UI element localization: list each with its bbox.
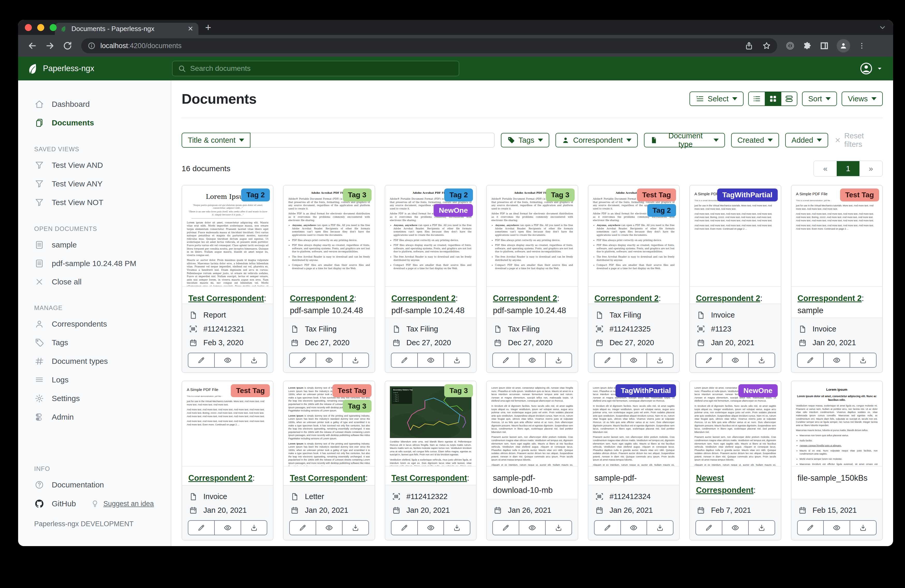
document-title[interactable]: Correspondent 2: pdf-sample 10.24.48 PM bbox=[487, 287, 578, 317]
view-button[interactable] bbox=[722, 521, 748, 535]
forward-icon[interactable] bbox=[43, 41, 57, 51]
tag-badge-newone[interactable]: NewOne bbox=[738, 384, 778, 397]
download-button[interactable] bbox=[748, 353, 775, 367]
tab-search-chevron-icon[interactable] bbox=[879, 24, 886, 31]
views-button[interactable]: Views bbox=[841, 92, 883, 106]
tag-badge-test-tag[interactable]: Test Tag bbox=[840, 189, 879, 201]
view-button[interactable] bbox=[316, 521, 342, 535]
correspondent-link[interactable]: Correspondent 2 bbox=[493, 294, 557, 303]
tag-badge-tag-3[interactable]: Tag 3 bbox=[343, 400, 372, 413]
document-preview[interactable]: A Simple PDF FileThis is a small demonst… bbox=[791, 185, 882, 287]
document-card[interactable]: Lorem Ipsum is simply dummy text of the … bbox=[283, 380, 375, 540]
document-title[interactable]: Newest Correspondent: f_combineds bbox=[690, 466, 781, 499]
sidebar-item-documents[interactable]: Documents bbox=[18, 114, 171, 132]
bookmark-star-icon[interactable] bbox=[762, 41, 771, 50]
maximize-window-button[interactable] bbox=[50, 24, 57, 31]
added-filter-button[interactable]: Added bbox=[785, 133, 828, 147]
document-preview[interactable]: Adobe Acrobat PDF FilesAdobe® Portable D… bbox=[385, 185, 476, 287]
view-button[interactable] bbox=[316, 353, 342, 367]
document-title[interactable]: file-sample_150kBs bbox=[791, 466, 882, 499]
tag-badge-tag-3[interactable]: Tag 3 bbox=[343, 189, 372, 201]
pagination-next-button[interactable]: » bbox=[859, 161, 882, 176]
view-button[interactable] bbox=[417, 353, 444, 367]
sidebar-link-suggest-an-idea[interactable]: Suggest an idea bbox=[90, 500, 154, 508]
document-card[interactable]: Lorem ipsumLorem ipsum dolor sit amet, c… bbox=[791, 380, 883, 540]
view-button[interactable] bbox=[722, 353, 748, 367]
user-menu[interactable] bbox=[859, 57, 883, 81]
document-card[interactable]: A Simple PDF FileThis is a small demonst… bbox=[182, 380, 273, 540]
sort-button[interactable]: Sort bbox=[802, 92, 837, 106]
edit-button[interactable] bbox=[493, 521, 519, 535]
view-button[interactable] bbox=[519, 353, 545, 367]
sidebar-item-test-view-not[interactable]: Test View NOT bbox=[18, 193, 171, 212]
document-card[interactable]: Lorem Ipsum"Neque porro quisquam est qui… bbox=[182, 185, 273, 373]
document-card[interactable]: Adobe Acrobat PDF FilesAdobe® Portable D… bbox=[486, 185, 578, 373]
sidebar-item-close-all[interactable]: Close all bbox=[18, 273, 171, 291]
document-preview[interactable]: Boundary Waters Trip Legend — Day 1 — Da… bbox=[385, 381, 476, 466]
edit-button[interactable] bbox=[696, 521, 722, 535]
search-input[interactable] bbox=[190, 64, 454, 73]
edit-button[interactable] bbox=[290, 353, 316, 367]
document-preview[interactable]: Adobe Acrobat PDF FilesAdobe® Portable D… bbox=[487, 185, 578, 287]
browser-menu-kebab-icon[interactable] bbox=[858, 42, 866, 50]
list-view-button[interactable] bbox=[749, 92, 765, 106]
extensions-puzzle-icon[interactable] bbox=[803, 41, 812, 51]
view-button[interactable] bbox=[823, 521, 849, 535]
global-search[interactable] bbox=[172, 61, 459, 76]
edit-button[interactable] bbox=[798, 353, 824, 367]
sidebar-item-pdf-sample-10-24-48-pm[interactable]: pdf-sample 10.24.48 PM bbox=[18, 254, 171, 273]
view-button[interactable] bbox=[519, 521, 545, 535]
document-card[interactable]: Lorem ipsum dolor sit amet, consectetur … bbox=[486, 380, 578, 540]
download-button[interactable] bbox=[545, 353, 572, 367]
correspondent-link[interactable]: Test Correspondent bbox=[188, 294, 264, 303]
document-card[interactable]: Adobe Acrobat PDF FilesAdobe® Portable D… bbox=[283, 185, 375, 373]
tag-badge-tag-2[interactable]: Tag 2 bbox=[444, 189, 473, 201]
tags-filter-button[interactable]: Tags bbox=[501, 133, 549, 147]
edit-button[interactable] bbox=[595, 521, 621, 535]
close-tab-icon[interactable]: ✕ bbox=[187, 25, 193, 33]
tag-badge-test-tag[interactable]: Test Tag bbox=[231, 384, 270, 397]
sidebar-item-document-types[interactable]: Document types bbox=[18, 352, 171, 371]
download-button[interactable] bbox=[545, 521, 572, 535]
edit-button[interactable] bbox=[798, 521, 824, 535]
document-card[interactable]: Lorem ipsum dolor sit amet, consectetur … bbox=[689, 380, 781, 540]
created-filter-button[interactable]: Created bbox=[731, 133, 779, 147]
correspondent-link[interactable]: Correspondent 2 bbox=[290, 294, 354, 303]
view-button[interactable] bbox=[823, 353, 849, 367]
download-button[interactable] bbox=[748, 521, 775, 535]
document-title[interactable]: Correspondent 2: pdf-sample 10.24.48 PM bbox=[284, 287, 375, 317]
download-button[interactable] bbox=[443, 353, 470, 367]
grid-view-button[interactable] bbox=[765, 92, 781, 106]
sidebar-item-tags[interactable]: Tags bbox=[18, 333, 171, 352]
edit-button[interactable] bbox=[493, 353, 519, 367]
document-title[interactable]: sample-pdf-download-10-mb-longer-title bbox=[588, 466, 679, 485]
document-preview[interactable]: Lorem ipsumLorem ipsum dolor sit amet, c… bbox=[791, 381, 882, 466]
view-button[interactable] bbox=[417, 521, 444, 535]
sidebar-item-test-view-any[interactable]: Test View ANY bbox=[18, 174, 171, 193]
browser-profile-avatar[interactable] bbox=[837, 39, 850, 52]
document-preview[interactable]: Lorem Ipsum is simply dummy text of the … bbox=[284, 381, 375, 466]
document-title[interactable]: Test Correspondent: sample-pdf-with-imag… bbox=[385, 466, 476, 485]
document-preview[interactable]: Lorem ipsum dolor sit amet, consectetur … bbox=[487, 381, 578, 466]
document-preview[interactable]: Lorem ipsum dolor sit amet, consectetur … bbox=[588, 381, 679, 466]
download-button[interactable] bbox=[342, 521, 368, 535]
correspondent-link[interactable]: Correspondent 2 bbox=[391, 294, 456, 303]
document-card[interactable]: Adobe Acrobat PDF FilesAdobe® Portable D… bbox=[588, 185, 680, 373]
download-button[interactable] bbox=[646, 353, 673, 367]
sidebar-item-settings[interactable]: Settings bbox=[18, 389, 171, 408]
back-icon[interactable] bbox=[25, 41, 40, 51]
view-button[interactable] bbox=[621, 353, 647, 367]
new-tab-button[interactable]: + bbox=[205, 22, 211, 33]
document-card[interactable]: Adobe Acrobat PDF FilesAdobe® Portable D… bbox=[385, 185, 476, 373]
document-card[interactable]: A Simple PDF FileThis is a small demonst… bbox=[791, 185, 883, 373]
sidebar-item-logs[interactable]: Logs bbox=[18, 371, 171, 389]
tag-badge-newone[interactable]: NewOne bbox=[433, 204, 473, 217]
tag-badge-test-tag[interactable]: Test Tag bbox=[332, 384, 372, 397]
sidebar-item-correspondents[interactable]: Correspondents bbox=[18, 315, 171, 333]
edit-button[interactable] bbox=[188, 353, 214, 367]
minimize-window-button[interactable] bbox=[37, 24, 44, 31]
download-button[interactable] bbox=[849, 521, 876, 535]
document-preview[interactable]: A Simple PDF FileThis is a small demonst… bbox=[182, 381, 273, 466]
reset-filters-button[interactable]: Reset filters bbox=[834, 132, 883, 149]
document-title[interactable]: sample-pdf-download-10-mb copy_red bbox=[487, 466, 578, 499]
